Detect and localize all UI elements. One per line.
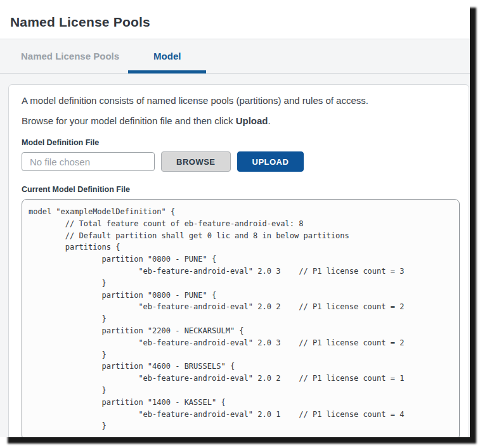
tabs-row: Named License Pools Model <box>0 39 470 74</box>
code-line: partition "1400 - KASSEL" { <box>29 397 451 409</box>
code-line: "eb-feature-android-eval" 2.0 1 // P1 li… <box>29 409 451 421</box>
tab-model[interactable]: Model <box>128 39 206 73</box>
code-line: // Default partition shall get 0 lic and… <box>29 230 451 242</box>
tab-label: Named License Pools <box>21 51 119 61</box>
model-tab-panel: A model definition consists of named lic… <box>8 84 469 437</box>
tab-label: Model <box>153 51 181 61</box>
code-line: } <box>29 278 451 290</box>
current-model-definition-file-label: Current Model Definition File <box>22 185 457 194</box>
code-line: partition "2200 - NECKARSULM" { <box>29 325 451 337</box>
intro-text-2-prefix: Browse for your model definition file an… <box>22 115 236 126</box>
code-line: } <box>29 349 451 361</box>
intro-text-2-bold: Upload <box>236 115 268 126</box>
browse-button[interactable]: BROWSE <box>161 151 231 172</box>
code-line: partitions { <box>29 241 451 253</box>
code-line: } <box>29 385 451 397</box>
code-line: model "exampleModelDefinition" { <box>29 206 451 218</box>
code-line: partition "0800 - PUNE" { <box>29 253 451 266</box>
model-definition-file-input[interactable] <box>22 152 155 171</box>
code-line: "eb-feature-android-eval" 2.0 2 // P1 li… <box>29 301 451 313</box>
code-line: } <box>29 420 451 432</box>
file-controls-row: BROWSE UPLOAD <box>22 151 457 172</box>
named-license-pools-window: Named License Pools Named License Pools … <box>0 0 470 437</box>
model-definition-file-label: Model Definition File <box>22 138 457 147</box>
code-line: "eb-feature-android-eval" 2.0 3 // P1 li… <box>29 337 451 349</box>
code-line: "eb-feature-android-eval" 2.0 3 // P1 li… <box>29 266 451 278</box>
page-title: Named License Pools <box>10 15 460 30</box>
intro-text-2-suffix: . <box>268 115 271 126</box>
active-tab-underline <box>128 70 206 74</box>
intro-text-1: A model definition consists of named lic… <box>22 95 457 106</box>
code-line: // Total feature count of eb-feature-and… <box>29 218 451 230</box>
current-model-definition-code-box: model "exampleModelDefinition" { // Tota… <box>22 199 460 437</box>
intro-text-2: Browse for your model definition file an… <box>22 115 457 126</box>
tab-bar: Named License Pools Model <box>0 39 470 84</box>
code-line: } <box>29 313 451 325</box>
upload-button[interactable]: UPLOAD <box>237 151 304 172</box>
code-line: partition "0800 - PUNE" { <box>29 290 451 302</box>
code-line: "eb-feature-android-eval" 2.0 2 // P1 li… <box>29 373 451 385</box>
tab-named-license-pools[interactable]: Named License Pools <box>21 39 119 73</box>
page-header: Named License Pools <box>0 0 470 39</box>
code-line: partition "4600 - BRUSSELS" { <box>29 361 451 373</box>
content-background: A model definition consists of named lic… <box>0 84 470 437</box>
